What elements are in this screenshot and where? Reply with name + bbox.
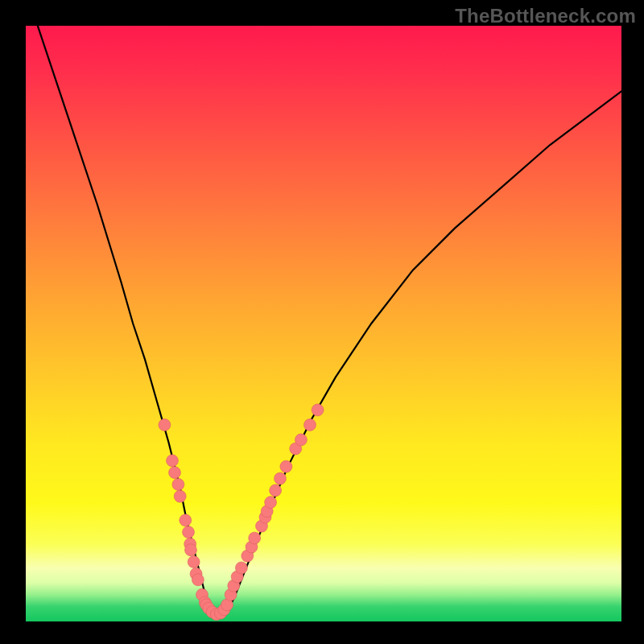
data-points-layer (159, 404, 324, 621)
chart-frame: TheBottleneck.com (0, 0, 644, 644)
data-point (235, 562, 247, 574)
data-point (159, 419, 171, 431)
data-point (174, 490, 186, 502)
data-point (188, 556, 200, 568)
data-point (280, 460, 292, 473)
data-point (183, 526, 195, 539)
bottleneck-curve (26, 26, 621, 616)
data-point (304, 419, 316, 431)
data-point (180, 514, 192, 526)
chart-svg (26, 26, 621, 621)
data-point (192, 574, 204, 586)
data-point (270, 485, 282, 497)
data-point (169, 467, 181, 479)
plot-area (26, 26, 621, 621)
data-point (185, 544, 197, 556)
watermark-text: TheBottleneck.com (455, 5, 636, 27)
data-point (312, 404, 324, 416)
data-point (295, 434, 307, 446)
curve-layer (26, 26, 621, 616)
data-point (167, 455, 179, 467)
data-point (172, 478, 184, 490)
data-point (265, 497, 277, 509)
data-point (249, 532, 261, 544)
data-point (275, 473, 287, 485)
